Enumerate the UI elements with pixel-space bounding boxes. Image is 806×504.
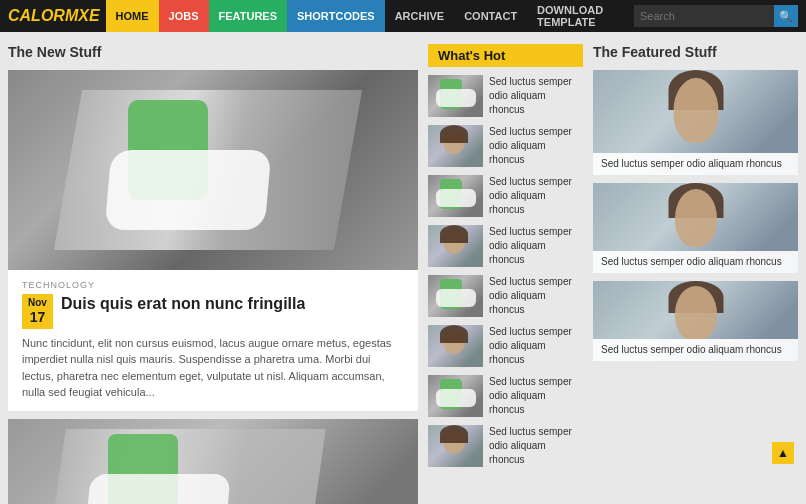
hot-thumb-7 bbox=[428, 425, 483, 467]
article-excerpt: Nunc tincidunt, elit non cursus euismod,… bbox=[22, 335, 404, 401]
featured-img-2: Sed luctus semper odio aliquam rhoncus bbox=[593, 281, 798, 361]
hot-item-6[interactable]: Sed luctus semper odio aliquam rhoncus bbox=[428, 375, 583, 417]
article-title[interactable]: Duis quis erat non nunc fringilla bbox=[61, 294, 305, 313]
hot-text-0: Sed luctus semper odio aliquam rhoncus bbox=[489, 75, 583, 117]
article-date-badge: Nov 17 bbox=[22, 294, 53, 329]
featured-card-2[interactable]: Sed luctus semper odio aliquam rhoncus bbox=[593, 281, 798, 361]
scroll-top-button[interactable]: ▲ bbox=[772, 442, 794, 464]
article-day: 17 bbox=[28, 309, 47, 326]
logo[interactable]: CALOR MXE bbox=[8, 7, 100, 25]
hot-thumb-6 bbox=[428, 375, 483, 417]
hot-item-0[interactable]: Sed luctus semper odio aliquam rhoncus bbox=[428, 75, 583, 117]
left-column: The New Stuff TECHNOLOGY Nov 17 Duis qui… bbox=[8, 44, 418, 504]
hot-thumb-4 bbox=[428, 275, 483, 317]
nav-home[interactable]: HOME bbox=[106, 0, 159, 32]
hot-item-3[interactable]: Sed luctus semper odio aliquam rhoncus bbox=[428, 225, 583, 267]
article-month: Nov bbox=[28, 297, 47, 308]
hot-text-7: Sed luctus semper odio aliquam rhoncus bbox=[489, 425, 583, 467]
hot-text-1: Sed luctus semper odio aliquam rhoncus bbox=[489, 125, 583, 167]
article-card-2 bbox=[8, 419, 418, 504]
nav-archive[interactable]: ARCHIVE bbox=[385, 0, 455, 32]
featured-caption-2: Sed luctus semper odio aliquam rhoncus bbox=[593, 339, 798, 361]
featured-caption-0: Sed luctus semper odio aliquam rhoncus bbox=[593, 153, 798, 175]
hot-item-4[interactable]: Sed luctus semper odio aliquam rhoncus bbox=[428, 275, 583, 317]
hot-item-1[interactable]: Sed luctus semper odio aliquam rhoncus bbox=[428, 125, 583, 167]
hot-item-5[interactable]: Sed luctus semper odio aliquam rhoncus bbox=[428, 325, 583, 367]
article-category: TECHNOLOGY bbox=[22, 280, 404, 290]
featured-img-1: Sed luctus semper odio aliquam rhoncus bbox=[593, 183, 798, 273]
hot-text-6: Sed luctus semper odio aliquam rhoncus bbox=[489, 375, 583, 417]
nav-jobs[interactable]: JOBS bbox=[159, 0, 209, 32]
article-card-1: TECHNOLOGY Nov 17 Duis quis erat non nun… bbox=[8, 70, 418, 411]
whats-hot-title: What's Hot bbox=[428, 44, 583, 67]
main-nav: HOME JOBS FEATURES SHORTCODES ARCHIVE CO… bbox=[106, 0, 634, 32]
nav-contact[interactable]: CONTACT bbox=[454, 0, 527, 32]
middle-column: What's Hot Sed luctus semper odio aliqua… bbox=[428, 44, 583, 504]
article-image-1[interactable] bbox=[8, 70, 418, 270]
hot-text-4: Sed luctus semper odio aliquam rhoncus bbox=[489, 275, 583, 317]
nav-features[interactable]: FEATURES bbox=[209, 0, 287, 32]
featured-caption-1: Sed luctus semper odio aliquam rhoncus bbox=[593, 251, 798, 273]
hot-text-3: Sed luctus semper odio aliquam rhoncus bbox=[489, 225, 583, 267]
logo-text-mxe: MXE bbox=[65, 7, 100, 25]
hot-thumb-3 bbox=[428, 225, 483, 267]
hot-items-list: Sed luctus semper odio aliquam rhoncus S… bbox=[428, 75, 583, 467]
hot-thumb-1 bbox=[428, 125, 483, 167]
search-input[interactable] bbox=[634, 5, 774, 27]
search-button[interactable]: 🔍 bbox=[774, 5, 798, 27]
hot-thumb-2 bbox=[428, 175, 483, 217]
hot-item-7[interactable]: Sed luctus semper odio aliquam rhoncus bbox=[428, 425, 583, 467]
left-section-title: The New Stuff bbox=[8, 44, 418, 60]
article-image-2[interactable] bbox=[8, 419, 418, 504]
hot-text-2: Sed luctus semper odio aliquam rhoncus bbox=[489, 175, 583, 217]
search-area: 🔍 bbox=[634, 5, 798, 27]
header: CALOR MXE HOME JOBS FEATURES SHORTCODES … bbox=[0, 0, 806, 32]
hot-text-5: Sed luctus semper odio aliquam rhoncus bbox=[489, 325, 583, 367]
logo-text-cal: CALOR bbox=[8, 7, 65, 25]
featured-section-title: The Featured Stuff bbox=[593, 44, 798, 60]
hot-thumb-5 bbox=[428, 325, 483, 367]
nav-shortcodes[interactable]: SHORTCODES bbox=[287, 0, 385, 32]
featured-card-1[interactable]: Sed luctus semper odio aliquam rhoncus bbox=[593, 183, 798, 273]
featured-card-0[interactable]: Sed luctus semper odio aliquam rhoncus bbox=[593, 70, 798, 175]
main-content: The New Stuff TECHNOLOGY Nov 17 Duis qui… bbox=[0, 32, 806, 504]
right-column: The Featured Stuff Sed luctus semper odi… bbox=[593, 44, 798, 504]
featured-img-0: Sed luctus semper odio aliquam rhoncus bbox=[593, 70, 798, 175]
article-body-1: TECHNOLOGY Nov 17 Duis quis erat non nun… bbox=[8, 270, 418, 411]
hot-thumb-0 bbox=[428, 75, 483, 117]
hot-item-2[interactable]: Sed luctus semper odio aliquam rhoncus bbox=[428, 175, 583, 217]
nav-download[interactable]: DOWNLOAD TEMPLATE bbox=[527, 0, 634, 32]
